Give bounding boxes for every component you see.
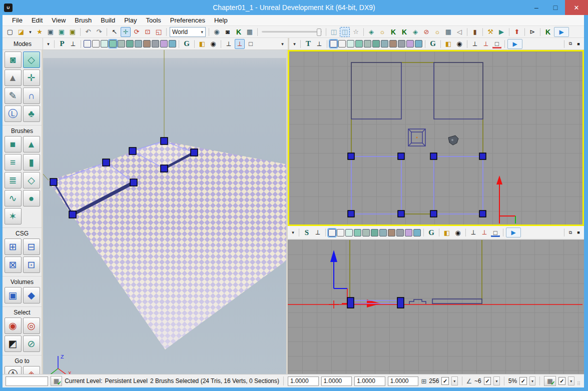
menu-item-view[interactable]: View [47, 16, 70, 25]
float-viewport-button[interactable]: ■ [575, 39, 582, 49]
scale-snap-checkbox[interactable]: ✓ [519, 377, 526, 385]
joystick-red-button[interactable]: ⟂ [235, 39, 245, 49]
play-in-editor-button[interactable]: ▶ [554, 27, 569, 37]
maximize-viewport-button[interactable]: □ [492, 39, 502, 49]
autosave-checkbox[interactable]: ✓ [558, 377, 565, 385]
show-flags-eye-button[interactable]: ◉ [454, 39, 464, 49]
menu-item-build[interactable]: Build [96, 16, 120, 25]
rotate-tool-button[interactable]: ⟳ [132, 27, 142, 37]
brush-cylinder-button[interactable]: ▮ [23, 154, 40, 170]
perspective-viewport[interactable]: Z X [43, 50, 288, 374]
olive-brush-outline[interactable] [351, 62, 483, 156]
build-lighting-button[interactable]: ⚒ [485, 27, 495, 37]
menu-item-play[interactable]: Play [120, 16, 141, 25]
grid-snap-dropdown[interactable]: ▾ [451, 376, 458, 386]
lock-viewport-button[interactable]: ◧ [442, 228, 452, 238]
wireframe-view-button[interactable] [328, 229, 336, 236]
lightmap-density-view-button[interactable] [160, 40, 168, 48]
detail-lighting-view-button[interactable] [118, 40, 125, 48]
favorites-button[interactable]: ★ [35, 27, 45, 37]
joystick-pan-button[interactable]: ⟂ [313, 228, 323, 238]
lightmap-density-view-button[interactable] [405, 229, 412, 236]
brush-wireframe-view-button[interactable] [337, 229, 344, 236]
navy-brush-right[interactable] [434, 62, 483, 119]
navy-brush-profile-long[interactable] [432, 299, 482, 304]
mode-geometry-button[interactable]: ◇ [23, 52, 40, 68]
detail-lighting-view-button[interactable] [362, 229, 370, 236]
drawscale-x-field[interactable]: 1.0000 [288, 376, 319, 386]
slider-thumb[interactable] [317, 28, 321, 36]
detach-viewport-button[interactable]: ⧉ [567, 228, 574, 238]
window-grid-button[interactable]: ▦ [443, 27, 453, 37]
lock-viewport-button[interactable]: ◧ [197, 39, 207, 49]
save-all-button[interactable]: ▣ [57, 27, 67, 37]
brush-spiral-stairs-button[interactable]: ∿ [5, 190, 22, 206]
player-start-icon[interactable] [448, 136, 458, 145]
lighting-relevance-view-button[interactable] [413, 229, 421, 236]
scale-tool-button[interactable]: ⊡ [143, 27, 153, 37]
build-cover-button[interactable]: ⬆ [512, 27, 522, 37]
undo-button[interactable]: ↶ [83, 27, 93, 37]
brush-sphere-button[interactable]: ● [23, 190, 40, 206]
brush-volumetric-button[interactable]: ✶ [5, 208, 22, 224]
lighting-only-view-button[interactable] [371, 229, 378, 236]
viewport-type-button[interactable]: T [303, 39, 313, 49]
volume-type-button[interactable]: ◆ [23, 287, 40, 304]
game-mode-button[interactable]: G [428, 39, 438, 49]
mode-terrain-button[interactable]: ▲ [5, 70, 22, 86]
menu-item-tools[interactable]: Tools [142, 16, 166, 25]
autosave-icon[interactable]: ▦✓ [544, 376, 555, 386]
camera-speed-slider[interactable] [262, 27, 322, 37]
menu-item-edit[interactable]: Edit [27, 16, 47, 25]
favorite-star-outline-button[interactable]: ☆ [351, 27, 361, 37]
drawscale-field[interactable]: 1.0000 [388, 376, 419, 386]
show-flags-eye-button[interactable]: ◉ [453, 228, 463, 238]
open-level-dropdown[interactable]: ▾ [27, 27, 34, 37]
viewport-type-button[interactable]: P [57, 39, 67, 49]
show-all-button[interactable]: ⊘ [23, 336, 40, 352]
drawscale-y-field[interactable]: 1.0000 [321, 376, 352, 386]
goto-builder-brush-button[interactable]: ◈ [23, 366, 40, 374]
brush-cube-button[interactable]: ■ [5, 136, 22, 152]
mode-foliage-button[interactable]: ♣ [23, 106, 40, 122]
menu-item-preferences[interactable]: Preferences [166, 16, 210, 25]
csg-intersect-button[interactable]: ⊠ [5, 256, 22, 273]
csg-add-button[interactable]: ⊞ [5, 238, 22, 255]
mode-texture-align-button[interactable]: ✛ [23, 70, 40, 86]
close-button[interactable]: ✕ [565, 0, 588, 15]
shader-complexity-view-button[interactable] [152, 40, 159, 48]
transform-widget[interactable] [329, 250, 381, 308]
menu-item-help[interactable]: Help [210, 16, 232, 25]
joystick-pan-button[interactable]: ⟂ [68, 39, 78, 49]
navy-brush-left[interactable] [351, 62, 401, 119]
redo-button[interactable]: ↷ [94, 27, 104, 37]
lit-view-button[interactable] [355, 40, 363, 48]
coordinate-system-select[interactable]: World ▾ [170, 27, 206, 37]
csg-deintersect-button[interactable]: ⊡ [23, 256, 40, 273]
light-bulb-button[interactable]: ☼ [377, 27, 387, 37]
viewport-options-dropdown[interactable]: ▾ [45, 39, 52, 49]
shader-complexity-view-button[interactable] [398, 40, 405, 48]
detach-viewport-button[interactable]: ⧉ [567, 39, 574, 49]
invert-selection-button[interactable]: ◩ [5, 336, 22, 352]
socket-manager-button[interactable]: ◈ [366, 27, 376, 37]
viewport-type-button[interactable]: S [302, 228, 312, 238]
save-copy-button[interactable]: ▣ [68, 27, 78, 37]
wireframe-view-button[interactable] [330, 40, 337, 48]
build-paths-button[interactable]: ▶ [496, 27, 506, 37]
mode-mesh-paint-button[interactable]: ✎ [5, 88, 22, 104]
joystick-dark-button[interactable]: ⟂ [470, 39, 480, 49]
mode-static-mesh-button[interactable]: ∩ [23, 88, 40, 104]
lighting-relevance-view-button[interactable] [415, 40, 422, 48]
lock-viewport-button[interactable]: ◧ [443, 39, 453, 49]
build-geometry-button[interactable]: ▮ [470, 27, 480, 37]
level-cube-icon[interactable]: ▦✓ [51, 376, 62, 386]
unlit-view-button[interactable] [347, 40, 354, 48]
game-mode-button[interactable]: G [426, 228, 436, 238]
content-browser-button[interactable]: ◙ [223, 27, 233, 37]
translate-tool-button[interactable]: ✛ [121, 27, 131, 37]
lit-view-button[interactable] [354, 229, 361, 236]
kismet-new-button[interactable]: K [399, 27, 409, 37]
autosave-dropdown[interactable]: ▾ [568, 376, 574, 386]
brush-sheet-button[interactable]: ◇ [23, 172, 40, 188]
